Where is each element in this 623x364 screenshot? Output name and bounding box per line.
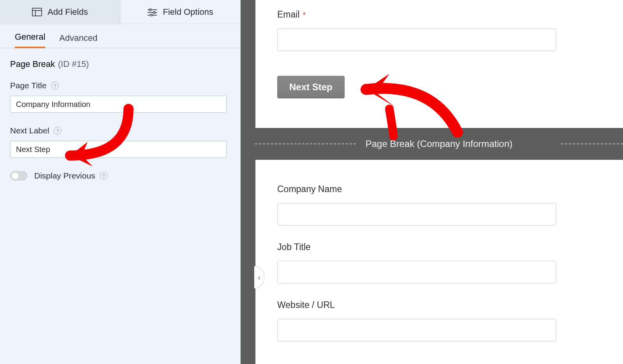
svg-point-4 [150,9,151,10]
tab-field-options-label: Field Options [163,7,213,17]
page-title-label: Page Title ? [10,81,230,90]
next-label-label-text: Next Label [10,126,49,135]
display-previous-toggle[interactable] [10,171,27,180]
toggle-knob [11,172,19,180]
help-icon[interactable]: ? [54,127,62,135]
page-title-input[interactable] [10,96,227,113]
next-label-input[interactable] [10,141,227,158]
form-page-1: Email * Next Step [255,9,623,114]
layout-gutter [241,0,255,364]
company-name-label: Company Name [277,184,597,194]
website-label: Website / URL [277,300,597,310]
divider-dash [561,144,623,144]
email-field-label: Email * [277,9,597,20]
company-name-input[interactable] [277,203,556,226]
next-step-button[interactable]: Next Step [277,76,345,98]
next-label-group: Next Label ? [10,126,230,158]
svg-point-8 [151,14,153,16]
page-title-group: Page Title ? [10,81,230,113]
display-previous-label-text: Display Previous [34,171,95,180]
primary-tabs: Add Fields Field Options [0,0,240,24]
subtab-general[interactable]: General [15,32,45,48]
sub-tabs: General Advanced [0,24,240,48]
help-icon[interactable]: ? [100,172,107,180]
page-break-bar[interactable]: Page Break (Company Information) [255,128,623,160]
panel-body: Page Break (ID #15) Page Title ? Next La… [0,48,240,180]
chevron-left-icon: ‹ [258,273,260,282]
display-previous-label: Display Previous ? [34,171,107,180]
svg-rect-0 [32,8,42,16]
subtab-advanced[interactable]: Advanced [59,33,97,48]
tab-add-fields[interactable]: Add Fields [0,0,120,24]
email-label-text: Email [277,9,300,20]
required-asterisk: * [303,10,306,19]
display-previous-row: Display Previous ? [10,171,230,180]
svg-point-6 [153,11,155,13]
job-title-input[interactable] [277,261,556,284]
next-label-label: Next Label ? [10,126,230,135]
form-page-2: Company Name Job Title Website / URL [255,160,623,341]
panel-title-id: (ID #15) [58,59,89,69]
panel-title-text: Page Break [10,59,55,69]
panel-title: Page Break (ID #15) [10,59,230,69]
help-icon[interactable]: ? [51,82,59,89]
grid-icon [32,8,42,16]
tab-field-options[interactable]: Field Options [120,0,240,24]
tab-add-fields-label: Add Fields [48,7,88,17]
page-break-bar-label: Page Break (Company Information) [356,138,522,149]
preview-area: ‹ Email * Next Step Page Break (Company … [255,0,623,364]
sliders-icon [147,8,157,16]
job-title-label: Job Title [277,242,597,252]
website-input[interactable] [277,319,556,341]
email-input[interactable] [277,28,556,51]
sidebar-panel: Add Fields Field Options General Advance… [0,0,241,364]
page-title-label-text: Page Title [10,81,46,90]
